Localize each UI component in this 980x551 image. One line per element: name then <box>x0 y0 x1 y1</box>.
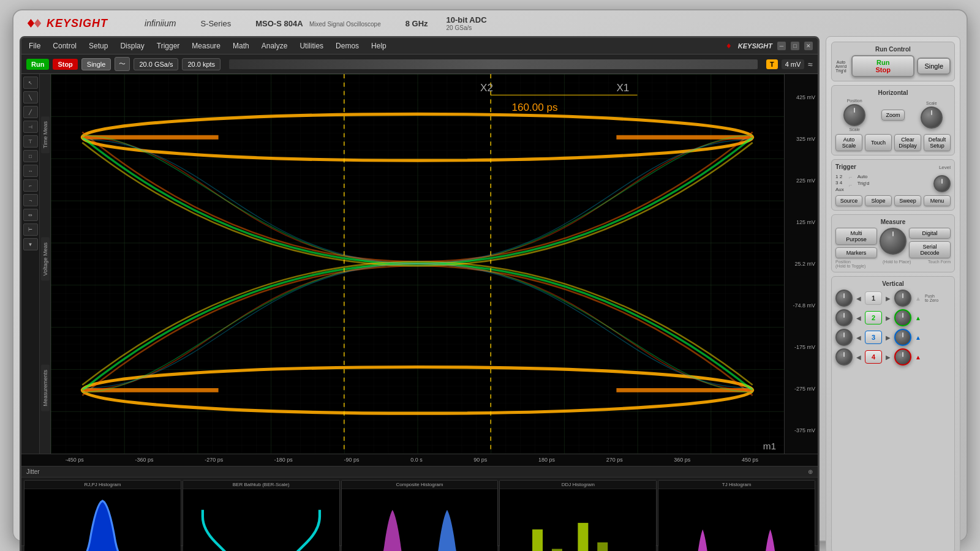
default-setup-button[interactable]: DefaultSetup <box>924 134 951 151</box>
serial-decode-button[interactable]: SerialDecode <box>909 241 951 258</box>
jitter-ber-canvas[interactable] <box>183 489 339 551</box>
menu-help[interactable]: Help <box>369 40 389 51</box>
ch1-up-arrow[interactable]: ▲ <box>915 295 921 302</box>
tool-measure[interactable]: ⊢ <box>23 223 38 236</box>
touch-form-label: Touch Form <box>928 260 951 268</box>
ch3-button[interactable]: 3 <box>865 331 882 344</box>
hw-run-stop-button[interactable]: Run Stop <box>851 55 914 77</box>
menu-demos[interactable]: Demos <box>333 40 361 51</box>
ch1-right-arrow[interactable]: ▶ <box>886 295 891 302</box>
menu-control[interactable]: Control <box>50 40 79 51</box>
ch3-position-knob[interactable] <box>835 329 853 346</box>
ch4-scale-knob[interactable] <box>894 348 911 365</box>
tool-step2[interactable]: ¬ <box>23 194 38 206</box>
markers-button[interactable]: Markers <box>835 247 877 258</box>
ch2-scale-knob[interactable] <box>894 309 911 326</box>
run-button[interactable]: Run <box>26 59 49 70</box>
menu-display[interactable]: Display <box>118 40 146 51</box>
trigger-ch-group: 1 2 3 4 Aux ⌐ ⌐ Auto Trig'd <box>835 174 869 193</box>
ch4-left-arrow[interactable]: ◀ <box>856 354 861 361</box>
volt-252: 25.2 mV <box>794 261 815 267</box>
waveform-canvas[interactable]: X2 X1 160.00 ps m1 <box>51 74 784 454</box>
tool-box[interactable]: □ <box>23 150 38 162</box>
source-button[interactable]: Source <box>835 195 862 206</box>
ch2-up-arrow[interactable]: ▲ <box>915 315 921 321</box>
trigger-level-knob[interactable] <box>933 175 951 192</box>
ch2-right-arrow[interactable]: ▶ <box>886 315 891 321</box>
ch3-right-arrow[interactable]: ▶ <box>886 334 891 341</box>
wave-button[interactable]: 〜 <box>115 57 130 71</box>
measure-right-btns: Digital SerialDecode <box>909 228 951 258</box>
menu-measure[interactable]: Measure <box>189 40 223 51</box>
auto-scale-icon: ≈ <box>808 59 813 69</box>
menu-setup[interactable]: Setup <box>86 40 110 51</box>
multi-purpose-button[interactable]: MultiPurpose <box>835 228 877 245</box>
svg-text:160.00 ps: 160.00 ps <box>511 101 557 113</box>
tool-diagonal2[interactable]: ╱ <box>23 106 38 118</box>
measurements-tab[interactable]: Measurements <box>41 365 50 411</box>
trigger-menu-button[interactable]: Menu <box>924 195 951 206</box>
voltage-meas-tab[interactable]: Voltage Meas <box>41 238 50 281</box>
h-scale-knob[interactable] <box>921 107 943 129</box>
zoom-button[interactable]: Zoom <box>881 110 904 121</box>
tool-arrows[interactable]: ⇔ <box>23 209 38 221</box>
tool-h-cursor[interactable]: ⊣ <box>23 121 38 133</box>
ch4-up-arrow[interactable]: ▲ <box>915 354 921 361</box>
tool-down[interactable]: ▼ <box>23 238 38 250</box>
jitter-composite-canvas[interactable] <box>342 489 498 551</box>
time-meas-tab[interactable]: Time Meas <box>41 116 50 153</box>
tool-move[interactable]: ↔ <box>23 165 38 177</box>
menu-trigger[interactable]: Trigger <box>154 40 183 51</box>
tool-v-cursor[interactable]: ⊤ <box>23 135 38 148</box>
menu-utilities[interactable]: Utilities <box>297 40 326 51</box>
ch1-button[interactable]: 1 <box>865 291 882 305</box>
menu-analyze[interactable]: Analyze <box>259 40 290 51</box>
tool-step[interactable]: ⌐ <box>23 179 38 192</box>
tool-diagonal[interactable]: ╲ <box>23 91 38 103</box>
jitter-tj-canvas[interactable] <box>658 489 815 551</box>
clear-display-button[interactable]: ClearDisplay <box>894 134 921 151</box>
touch-button[interactable]: Touch <box>865 134 892 151</box>
slope-button[interactable]: Slope <box>865 195 892 206</box>
ch4-right-arrow[interactable]: ▶ <box>886 354 891 361</box>
brand-subtitle: Mixed Signal Oscilloscope <box>309 21 381 28</box>
screen-panel: File Control Setup Display Trigger Measu… <box>20 36 820 551</box>
volt-n375: -375 mV <box>794 427 815 433</box>
jitter-expand[interactable]: ⊕ <box>808 468 813 475</box>
single-button[interactable]: Single <box>81 58 111 70</box>
sweep-button[interactable]: Sweep <box>894 195 921 206</box>
ch2-left-arrow[interactable]: ◀ <box>856 315 861 321</box>
ch1-scale-knob[interactable] <box>894 290 911 307</box>
jitter-ddj-canvas[interactable] <box>500 489 656 551</box>
hw-single-button[interactable]: Single <box>917 58 951 75</box>
ch2-button[interactable]: 2 <box>865 311 882 324</box>
svg-marker-2 <box>726 43 730 48</box>
measure-knob[interactable] <box>880 228 907 255</box>
channel-2-row: ◀ 2 ▶ ▲ <box>835 309 951 326</box>
minimize-btn[interactable]: ─ <box>777 42 786 50</box>
ch2-position-knob[interactable] <box>835 309 853 326</box>
h-position-knob[interactable] <box>843 104 865 126</box>
ch1-position-knob[interactable] <box>835 290 853 307</box>
ch4-button[interactable]: 4 <box>865 350 882 364</box>
ch3-up-arrow[interactable]: ▲ <box>915 334 921 341</box>
jitter-rjpj-canvas[interactable] <box>24 489 181 551</box>
run-buttons: Auto Arm'd Trig'd Run Stop Single <box>835 55 951 77</box>
menu-math[interactable]: Math <box>230 40 252 51</box>
brand-model: MSO-S 804A <box>255 19 303 28</box>
time-0: 0.0 s <box>410 457 423 463</box>
maximize-btn[interactable]: □ <box>791 42 799 50</box>
close-btn[interactable]: ✕ <box>804 42 813 50</box>
ch4-position-knob[interactable] <box>835 348 853 365</box>
ch3-scale-knob[interactable] <box>894 329 911 346</box>
keysight-small-text: KEYSIGHT <box>738 42 772 50</box>
brand-freq: 8 GHz <box>405 19 428 28</box>
ch1-left-arrow[interactable]: ◀ <box>856 295 861 302</box>
digital-button[interactable]: Digital <box>909 228 951 239</box>
tool-arrow[interactable]: ↖ <box>23 77 38 89</box>
volt-425: 425 mV <box>796 94 815 100</box>
ch3-left-arrow[interactable]: ◀ <box>856 334 861 341</box>
stop-button[interactable]: Stop <box>53 59 77 70</box>
menu-file[interactable]: File <box>26 40 43 51</box>
auto-scale-button[interactable]: AutoScale <box>835 134 862 151</box>
